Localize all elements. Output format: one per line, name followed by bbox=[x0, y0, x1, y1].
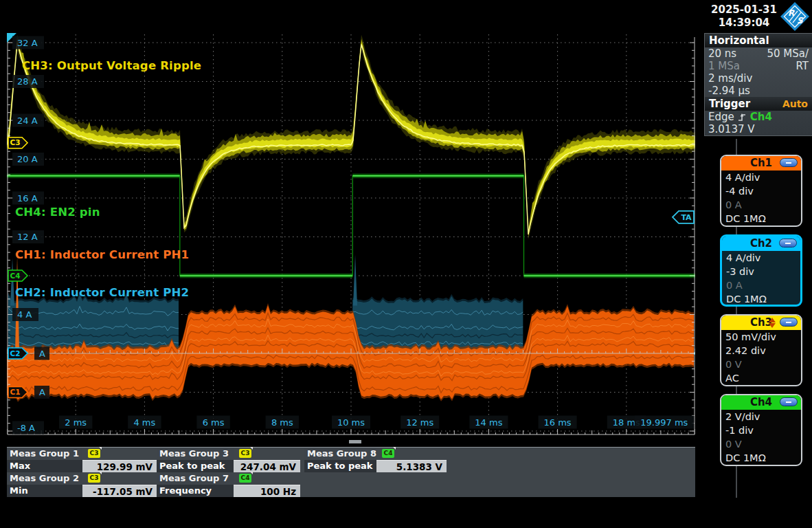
minimize-button[interactable] bbox=[780, 158, 798, 167]
x-axis-label: 6 ms bbox=[203, 417, 225, 428]
horizontal-title: Horizontal bbox=[709, 34, 769, 47]
channel-name: Ch2 bbox=[750, 237, 772, 250]
channel-marker-c4[interactable]: C4 bbox=[8, 270, 27, 281]
horizontal-row-offset[interactable]: -2.94 µs bbox=[705, 85, 812, 97]
channel-coupling: AC bbox=[721, 371, 801, 385]
trigger-panel-header[interactable]: Trigger Auto bbox=[705, 97, 812, 111]
meas-value: 129.99 mV bbox=[82, 460, 157, 472]
annotation-ch1: CH1: Inductor Current PH1 bbox=[15, 248, 189, 261]
channel-offset: 0 A bbox=[722, 278, 800, 292]
clipping-arrows-icon bbox=[768, 318, 776, 328]
waveform-display[interactable]: 32 A28 A24 A20 A16 A12 A4 AAA-8 A2 ms4 m… bbox=[7, 33, 695, 436]
meas-group-name[interactable]: Meas Group 2 bbox=[7, 472, 82, 485]
channel-scale: 4 A/div bbox=[722, 251, 800, 265]
meas-metric: Peak to peak bbox=[304, 460, 376, 472]
datetime: 2025-01-31 14:39:04 bbox=[710, 3, 778, 30]
x-axis-label: 4 ms bbox=[133, 417, 155, 428]
channel-position: -3 div bbox=[722, 265, 800, 278]
trigger-row-level[interactable]: 3.0137 V bbox=[705, 123, 812, 135]
channel-offset: 0 V bbox=[721, 437, 801, 451]
svg-text:C3: C3 bbox=[10, 138, 20, 146]
horizontal-row-samplerate[interactable]: 20 ns 50 MSa/ bbox=[705, 47, 812, 60]
trigger-mode: Auto bbox=[782, 97, 808, 111]
source-badge[interactable]: C4 bbox=[239, 474, 251, 483]
meas-group-name[interactable]: Meas Group 8 bbox=[304, 448, 376, 460]
meas-value: 100 Hz bbox=[234, 485, 300, 497]
channel-coupling: DC 1MΩ bbox=[721, 212, 801, 226]
trigger-level-value: 3.0137 V bbox=[708, 123, 755, 135]
y-axis-label: 16 A bbox=[17, 193, 38, 204]
rohde-schwarz-logo-icon: R S bbox=[779, 1, 811, 35]
channel-scale: 50 mV/div bbox=[721, 330, 801, 344]
y-axis-label: 24 A bbox=[17, 116, 38, 126]
meas-metric: Max bbox=[7, 460, 82, 472]
svg-text:C1: C1 bbox=[10, 388, 20, 396]
meas-group-name[interactable]: Meas Group 3 bbox=[157, 448, 234, 460]
horizontal-position-thumb[interactable] bbox=[349, 440, 361, 443]
meas-group-name[interactable]: Meas Group 7 bbox=[157, 472, 234, 485]
samplerate-value: 50 MSa/ bbox=[767, 47, 809, 60]
resolution-value: 20 ns bbox=[708, 47, 736, 60]
measurement-panel: Meas Group 1 C3 Max 129.99 mV Meas Group… bbox=[7, 447, 695, 497]
x-axis-label: 8 ms bbox=[271, 417, 293, 428]
channel-box-ch4[interactable]: Ch4 2 V/div -1 div 0 V DC 1MΩ bbox=[720, 394, 802, 466]
x-axis-label: 10 ms bbox=[337, 417, 365, 428]
rising-edge-icon bbox=[737, 112, 747, 122]
waveform-svg: 32 A28 A24 A20 A16 A12 A4 AAA-8 A2 ms4 m… bbox=[7, 33, 695, 436]
meas-metric: Peak to peak bbox=[157, 460, 234, 472]
x-axis-label: 16 ms bbox=[544, 417, 572, 428]
source-badge[interactable]: C4 bbox=[382, 449, 394, 458]
source-badge[interactable]: C3 bbox=[88, 449, 100, 458]
date-label: 2025-01-31 bbox=[710, 3, 778, 16]
channel-offset: 0 A bbox=[721, 198, 801, 212]
source-badge[interactable]: C3 bbox=[88, 474, 100, 483]
meas-value: -117.05 mV bbox=[82, 485, 157, 497]
minimize-button[interactable] bbox=[779, 239, 797, 248]
x-axis-label: 12 ms bbox=[406, 417, 433, 428]
channel-name: Ch1 bbox=[750, 157, 772, 169]
y-axis-label: -8 A bbox=[17, 423, 35, 433]
horizontal-row-recordlength[interactable]: 1 MSa RT bbox=[705, 60, 812, 72]
horizontal-panel-header[interactable]: Horizontal bbox=[705, 34, 812, 47]
oscilloscope-screen: 2025-01-31 14:39:04 R S 32 A28 A24 A20 A… bbox=[0, 0, 812, 528]
x-axis-label: 2 ms bbox=[65, 417, 87, 428]
y-axis-label: 32 A bbox=[17, 38, 38, 48]
logo-letter-s: S bbox=[797, 16, 804, 25]
channel-position: 2.42 div bbox=[721, 344, 801, 358]
horizontal-row-timescale[interactable]: 2 ms/div bbox=[705, 72, 812, 85]
channel-position: -1 div bbox=[721, 424, 801, 437]
minimize-button[interactable] bbox=[780, 397, 798, 406]
channel-box-ch3[interactable]: Ch3 50 mV/div 2.42 div 0 V AC bbox=[720, 314, 802, 386]
channel-coupling: DC 1MΩ bbox=[721, 451, 801, 465]
channel-scale: 2 V/div bbox=[721, 410, 801, 424]
y-axis-label: 20 A bbox=[17, 154, 38, 164]
minimize-button[interactable] bbox=[780, 318, 798, 327]
horizontal-trigger-panel[interactable]: Horizontal 20 ns 50 MSa/ 1 MSa RT 2 ms/d… bbox=[704, 33, 812, 136]
channel-marker-c3[interactable]: C3 bbox=[8, 138, 27, 148]
source-badge[interactable]: C3 bbox=[239, 449, 251, 458]
channel-scale: 4 A/div bbox=[721, 170, 801, 184]
y-axis-label: 28 A bbox=[17, 76, 38, 87]
y-axis-label: 12 A bbox=[17, 232, 38, 242]
meas-metric: Frequency bbox=[157, 485, 234, 497]
trigger-title: Trigger bbox=[709, 97, 750, 111]
svg-text:TA: TA bbox=[681, 213, 692, 222]
meas-group-name[interactable]: Meas Group 1 bbox=[7, 448, 82, 460]
channel-coupling: DC 1MΩ bbox=[722, 292, 800, 306]
trigger-type: Edge bbox=[708, 111, 734, 123]
annotation-ch2: CH2: Inductor Current PH2 bbox=[15, 286, 189, 299]
x-axis-label: 14 ms bbox=[475, 417, 502, 428]
meas-metric: Min bbox=[7, 485, 82, 497]
trigger-level-marker[interactable]: TA bbox=[673, 211, 694, 223]
x-axis-label: 19.997 ms bbox=[640, 417, 688, 428]
trigger-source: Ch4 bbox=[750, 111, 772, 123]
channel-box-ch2[interactable]: Ch2 4 A/div -3 div 0 A DC 1MΩ bbox=[720, 234, 802, 307]
trigger-row-type[interactable]: Edge Ch4 bbox=[705, 111, 812, 123]
channel-name: Ch4 bbox=[750, 396, 772, 408]
svg-text:C4: C4 bbox=[10, 272, 20, 280]
logo-letter-r: R bbox=[788, 8, 795, 18]
channel-offset: 0 V bbox=[721, 358, 801, 371]
channel-box-ch1[interactable]: Ch1 4 A/div -4 div 0 A DC 1MΩ bbox=[720, 155, 802, 227]
channel-position: -4 div bbox=[721, 184, 801, 198]
svg-text:C2: C2 bbox=[10, 349, 20, 358]
